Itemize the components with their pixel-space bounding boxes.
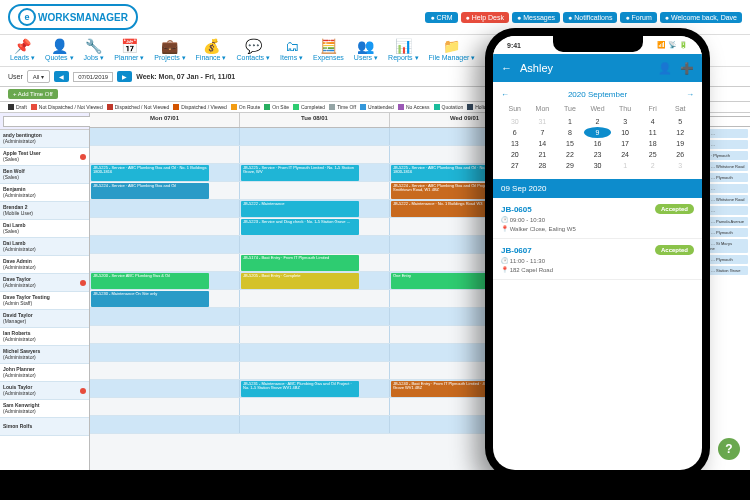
schedule-cell[interactable] [90,128,240,145]
menu-contacts-[interactable]: 💬Contacts ▾ [236,39,270,62]
calendar-day[interactable]: 22 [556,149,584,160]
user-row[interactable]: Dave Admin(Administrator) [0,256,89,274]
calendar-day[interactable]: 3 [666,160,694,171]
calendar-day[interactable]: 2 [639,160,667,171]
user-filter-dropdown[interactable]: All ▾ [27,70,50,83]
calendar-day[interactable]: 16 [584,138,612,149]
menu-items-[interactable]: 🗂Items ▾ [280,39,303,62]
schedule-cell[interactable] [240,362,390,379]
schedule-cell[interactable]: JB-5224 - Service · ABC Plumbing Gas and… [90,182,240,199]
calendar-day[interactable]: 20 [501,149,529,160]
calendar-day[interactable]: 14 [529,138,557,149]
job-card[interactable]: JB-5222 - Maintenance [241,201,359,217]
job-card[interactable]: JB-5225 - Service · From IT Plymouth Lim… [241,165,359,181]
cal-next-icon[interactable]: → [686,90,694,99]
menu-projects-[interactable]: 💼Projects ▾ [154,39,185,62]
job-card[interactable]: JB-5174 - Boat Entry · From IT Plymouth … [241,255,359,271]
prev-week-button[interactable]: ◀ [54,71,69,82]
calendar-day[interactable]: 1 [556,116,584,127]
user-search-input[interactable] [3,116,91,127]
schedule-cell[interactable]: JB-5223 - Service and Diag check · No. 1… [240,218,390,235]
toplink-forum[interactable]: ● Forum [620,12,656,23]
user-row[interactable]: Louis Taylor(Administrator) [0,382,89,400]
schedule-cell[interactable]: JB-5222 - Maintenance [240,200,390,217]
menu-quotes-[interactable]: 👤Quotes ▾ [45,39,74,62]
job-card[interactable]: JB-5200 - Service ABC Plumbing Gas & Oil [91,273,209,289]
calendar-day[interactable]: 31 [529,116,557,127]
job-card[interactable]: JB-5223 - Service and Diag check · No. 1… [241,219,359,235]
toplink-messages[interactable]: ● Messages [512,12,560,23]
calendar-day[interactable]: 12 [666,127,694,138]
schedule-cell[interactable] [90,344,240,361]
calendar-day[interactable]: 13 [501,138,529,149]
schedule-cell[interactable] [90,326,240,343]
calendar-day[interactable]: 27 [501,160,529,171]
schedule-cell[interactable] [90,416,240,433]
back-icon[interactable]: ← [501,62,512,74]
schedule-cell[interactable]: JB-5200 - Service ABC Plumbing Gas & Oil [90,272,240,289]
user-row[interactable]: Benjamin(Administrator) [0,184,89,202]
menu-planner-[interactable]: 📅Planner ▾ [114,39,144,62]
user-row[interactable]: andy bentington(Administrator) [0,130,89,148]
user-icon[interactable]: 👤 [658,62,672,75]
user-row[interactable]: Ian Roberts(Administrator) [0,328,89,346]
schedule-cell[interactable] [90,236,240,253]
job-card[interactable]: JB-5230 - Maintenance On Site only [91,291,209,307]
schedule-cell[interactable] [90,146,240,163]
schedule-cell[interactable]: JB-5230 - Maintenance On Site only [90,290,240,307]
schedule-cell[interactable] [90,254,240,271]
menu-reports-[interactable]: 📊Reports ▾ [388,39,418,62]
calendar-day[interactable]: 1 [611,160,639,171]
schedule-cell[interactable] [240,146,390,163]
calendar-day[interactable]: 23 [584,149,612,160]
calendar-day[interactable]: 2 [584,116,612,127]
toplink-notifications[interactable]: ● Notifications [563,12,617,23]
calendar-day[interactable]: 24 [611,149,639,160]
calendar-day[interactable]: 29 [556,160,584,171]
calendar-day[interactable]: 19 [666,138,694,149]
menu-users-[interactable]: 👥Users ▾ [354,39,378,62]
toplink-welcome-back-dave[interactable]: ● Welcome back, Dave [660,12,742,23]
calendar-day[interactable]: 17 [611,138,639,149]
user-row[interactable]: Sam Kenwright(Administrator) [0,400,89,418]
calendar-day[interactable]: 3 [611,116,639,127]
date-input[interactable]: 07/01/2019 [73,72,113,82]
job-card[interactable]: JB-5231 - Maintenance · ABC Plumbing Gas… [241,381,359,397]
calendar-day[interactable]: 18 [639,138,667,149]
calendar-day[interactable]: 4 [639,116,667,127]
schedule-cell[interactable] [240,416,390,433]
calendar-day[interactable]: 21 [529,149,557,160]
calendar-day[interactable]: 26 [666,149,694,160]
user-row[interactable]: Brendan 2(Mobile User) [0,202,89,220]
schedule-cell[interactable] [90,200,240,217]
user-row[interactable]: Apple Test User(Sales) [0,148,89,166]
schedule-cell[interactable] [240,308,390,325]
add-time-off-button[interactable]: + Add Time Off [8,89,58,99]
schedule-cell[interactable] [90,398,240,415]
calendar-day[interactable]: 15 [556,138,584,149]
calendar-day[interactable]: 30 [501,116,529,127]
calendar-day[interactable]: 7 [529,127,557,138]
cal-prev-icon[interactable]: ← [501,90,509,99]
menu-leads-[interactable]: 📌Leads ▾ [10,39,35,62]
phone-job-card[interactable]: JB-0605Accepted🕐 09:00 - 10:30📍 Walker C… [493,198,702,239]
calendar-day[interactable]: 28 [529,160,557,171]
schedule-cell[interactable]: JB-5225 - Service · From IT Plymouth Lim… [240,164,390,181]
calendar-day[interactable]: 25 [639,149,667,160]
calendar-day[interactable]: 6 [501,127,529,138]
user-row[interactable]: Ben Wolf(Sales) [0,166,89,184]
schedule-cell[interactable] [240,128,390,145]
calendar-day[interactable]: 30 [584,160,612,171]
schedule-cell[interactable] [240,236,390,253]
user-row[interactable]: Dave Taylor(Administrator) [0,274,89,292]
toplink-help-desk[interactable]: ● Help Desk [461,12,509,23]
menu-jobs-[interactable]: 🔧Jobs ▾ [84,39,105,62]
schedule-cell[interactable] [90,362,240,379]
schedule-cell[interactable]: JB-5205 - Boat Entry · Complete [240,272,390,289]
schedule-cell[interactable]: JB-5225 - Service · ABC Plumbing Gas and… [90,164,240,181]
calendar-day[interactable]: 9 [584,127,612,138]
schedule-cell[interactable]: JB-5174 - Boat Entry · From IT Plymouth … [240,254,390,271]
calendar-day[interactable]: 11 [639,127,667,138]
schedule-cell[interactable] [90,308,240,325]
calendar-day[interactable]: 5 [666,116,694,127]
